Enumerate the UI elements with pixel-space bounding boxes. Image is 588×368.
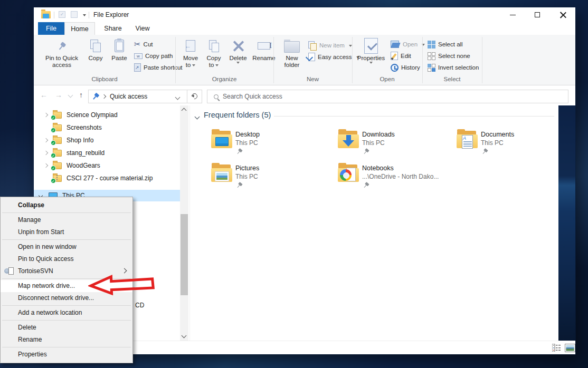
group-caption-open: Open	[352, 75, 422, 83]
maximize-button[interactable]	[525, 7, 550, 22]
open-button[interactable]: Open	[391, 39, 425, 50]
refresh-icon	[191, 92, 198, 100]
large-icons-view-button[interactable]	[565, 344, 575, 352]
qat-new-folder-icon[interactable]	[71, 11, 78, 18]
tree-scrollbar[interactable]	[180, 105, 188, 341]
invert-selection-button[interactable]: Invert selection	[428, 62, 479, 73]
onedrive-sync-icon	[51, 178, 56, 183]
pin-to-quick-access-button[interactable]: Pin to Quick access	[41, 37, 82, 69]
scrollbar-thumb[interactable]	[181, 214, 188, 295]
address-box[interactable]: Quick access	[88, 90, 202, 103]
new-item-button[interactable]: New item	[308, 40, 352, 51]
ribbon-tab-row: File Home Share View ?	[34, 22, 575, 35]
menu-item-pin-to-quick-access[interactable]: Pin to Quick access	[1, 253, 132, 265]
menu-item-collapse[interactable]: Collapse	[1, 199, 132, 211]
tab-file[interactable]: File	[38, 22, 64, 35]
expand-chevron-icon[interactable]	[44, 151, 48, 155]
tile-desktop[interactable]: Desktop This PC	[211, 130, 327, 159]
group-caption-new: New	[273, 75, 352, 83]
scroll-down-icon[interactable]	[182, 333, 187, 338]
tile-documents[interactable]: Documents This PC	[457, 130, 573, 159]
select-all-button[interactable]: Select all	[428, 39, 463, 50]
onedrive-sync-icon	[51, 115, 56, 120]
titlebar-separator	[54, 12, 54, 18]
section-collapse-chevron-icon[interactable]	[195, 114, 200, 120]
menu-item-open-in-new-window[interactable]: Open in new window	[1, 241, 132, 253]
notebooks-folder-icon	[338, 164, 359, 182]
breadcrumb[interactable]: Quick access	[110, 93, 147, 100]
expand-chevron-icon[interactable]	[44, 163, 48, 168]
tile-downloads[interactable]: Downloads This PC	[338, 130, 454, 159]
back-icon[interactable]: ←	[40, 91, 48, 99]
invert-selection-icon	[428, 64, 435, 72]
desktop-folder-icon	[211, 131, 232, 149]
tab-view[interactable]: View	[130, 22, 155, 35]
forward-icon[interactable]: →	[55, 91, 62, 99]
sidebar-item-science-olympiad[interactable]: Science Olympiad	[34, 109, 180, 121]
edit-icon	[391, 52, 398, 60]
qat-customize-caret-icon[interactable]	[83, 14, 86, 18]
details-view-button[interactable]	[552, 344, 563, 352]
sidebar-item-shop-info[interactable]: Shop Info	[34, 134, 180, 146]
menu-item-add-a-network-location[interactable]: Add a network location	[1, 307, 132, 319]
copy-icon	[90, 40, 101, 52]
copy-button[interactable]: Copy	[84, 37, 107, 62]
onedrive-sync-icon	[51, 140, 56, 146]
move-to-button[interactable]: Move to	[179, 37, 202, 69]
sidebar-item-stang-rebuild[interactable]: stang_rebuild	[34, 147, 180, 159]
file-explorer-icon	[41, 11, 51, 18]
close-button[interactable]	[551, 7, 575, 22]
tab-home[interactable]: Home	[64, 22, 95, 35]
menu-item-properties[interactable]: Properties	[1, 348, 132, 361]
expand-chevron-icon[interactable]	[44, 113, 48, 117]
pinned-icon	[362, 181, 370, 189]
onedrive-sync-icon	[51, 166, 56, 171]
search-box[interactable]	[207, 90, 568, 103]
ribbon: Pin to Quick access Copy Paste ✂Cut wCop…	[34, 35, 575, 85]
delete-button[interactable]: Delete	[226, 37, 250, 65]
expand-chevron-icon[interactable]	[44, 138, 48, 142]
close-icon	[560, 12, 566, 18]
paste-button[interactable]: Paste	[108, 37, 131, 62]
breadcrumb-chevron-icon[interactable]	[102, 94, 106, 99]
sidebar-item-woodgears[interactable]: WoodGears	[34, 160, 180, 171]
menu-item-manage[interactable]: Manage	[1, 214, 132, 226]
copy-path-button[interactable]: wCopy path	[134, 51, 173, 61]
pinned-icon	[235, 181, 243, 189]
search-icon	[214, 94, 219, 99]
new-folder-button[interactable]: New folder	[279, 37, 305, 69]
minimize-button[interactable]	[500, 7, 525, 22]
select-none-button[interactable]: Select none	[428, 51, 470, 61]
pictures-folder-icon	[211, 164, 232, 182]
up-icon[interactable]: ↑	[79, 91, 83, 99]
window-title: File Explorer	[93, 11, 129, 18]
menu-item-delete[interactable]: Delete	[1, 322, 132, 334]
partially-hidden-tree-label: CD	[135, 302, 144, 309]
menu-item-rename[interactable]: Rename	[1, 334, 132, 346]
sidebar-item-screenshots[interactable]: Screenshots	[34, 122, 180, 133]
details-view-icon	[552, 344, 561, 352]
select-all-icon	[428, 41, 435, 49]
recent-locations-caret-icon[interactable]	[68, 93, 73, 98]
section-header[interactable]: Frequent folders (5)	[204, 111, 271, 119]
menu-item-unpin-from-start[interactable]: Unpin from Start	[1, 226, 132, 238]
folder-icon	[53, 124, 62, 131]
desktop-wallpaper: ✓ File Explorer File Home Share View ? P…	[0, 0, 588, 368]
refresh-button[interactable]	[187, 90, 202, 103]
copy-to-button[interactable]: Copy to	[203, 37, 225, 69]
properties-button[interactable]: Properties	[355, 37, 387, 65]
pane-separator[interactable]	[189, 105, 190, 341]
pinned-icon	[362, 148, 370, 156]
search-input[interactable]	[223, 93, 518, 100]
tile-pictures[interactable]: Pictures This PC	[211, 163, 327, 193]
sidebar-item-csci-277-zip[interactable]: CSCI 277 - course material.zip	[34, 172, 180, 184]
qat-properties-icon[interactable]: ✓	[59, 11, 65, 18]
open-icon	[391, 41, 400, 48]
address-dropdown-caret-icon[interactable]	[175, 95, 181, 100]
tab-share[interactable]: Share	[99, 22, 127, 35]
tile-notebooks[interactable]: Notebooks ...\OneDrive - North Dako...	[338, 163, 454, 193]
scroll-up-icon[interactable]	[182, 108, 187, 113]
history-button[interactable]: History	[391, 62, 420, 73]
cut-button[interactable]: ✂Cut	[134, 39, 153, 50]
edit-button[interactable]: Edit	[391, 51, 411, 61]
